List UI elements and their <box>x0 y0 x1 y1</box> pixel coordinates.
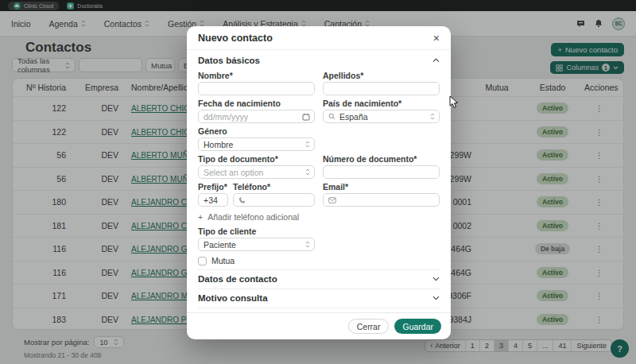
field-label: Tipo de documento* <box>198 154 315 164</box>
modal-header: Nuevo contacto × <box>187 26 451 50</box>
add-phone-link[interactable]: + Añadir teléfono adicional <box>198 212 440 222</box>
field-email: Email* <box>323 182 440 207</box>
section-motivo-consulta[interactable]: Motivo consulta <box>198 289 440 308</box>
field-label: Tipo de cliente <box>198 227 315 236</box>
close-icon[interactable]: × <box>433 33 440 44</box>
chevron-updown-icon <box>305 141 310 148</box>
field-label: Teléfono* <box>233 182 315 192</box>
genero-value: Hombre <box>204 140 233 149</box>
mutua-checkbox-label: Mutua <box>211 256 235 265</box>
chevron-up-icon <box>432 58 440 63</box>
chevron-updown-icon <box>430 113 435 120</box>
field-label: Email* <box>323 182 440 192</box>
add-phone-label: Añadir teléfono adicional <box>207 212 299 222</box>
apellidos-input[interactable] <box>328 84 434 94</box>
tipo-documento-placeholder: Select an option <box>204 168 263 177</box>
mutua-checkbox-row[interactable]: Mutua <box>198 256 440 265</box>
apellidos-input-wrap <box>323 82 440 95</box>
collapsed-sections: Datos de contacto Motivo consulta Datos … <box>198 269 440 312</box>
pais-select[interactable]: España <box>323 110 440 123</box>
field-label: Prefijo* <box>198 182 228 192</box>
tipo-cliente-value: Paciente <box>204 240 236 250</box>
email-input[interactable] <box>339 196 434 205</box>
plus-icon: + <box>198 212 203 222</box>
field-pais-nacimiento: País de nacimiento* España <box>323 99 440 123</box>
modal-title: Nuevo contacto <box>198 33 273 44</box>
fecha-input[interactable] <box>204 112 309 122</box>
field-label: Fecha de nacimiento <box>198 99 315 108</box>
chevron-updown-icon <box>305 241 310 248</box>
chevron-updown-icon <box>305 168 310 176</box>
nombre-input[interactable] <box>204 84 309 94</box>
section-label: Datos de contacto <box>198 274 277 284</box>
new-contact-modal: Nuevo contacto × Datos básicos Nombre* A… <box>187 26 451 339</box>
email-input-wrap <box>323 193 440 207</box>
genero-select[interactable]: Hombre <box>198 137 315 151</box>
field-fecha-nacimiento: Fecha de nacimiento <box>198 99 315 123</box>
numero-documento-input[interactable] <box>328 168 434 177</box>
telefono-input-wrap <box>233 193 315 207</box>
pais-value: España <box>339 112 368 122</box>
prefijo-input[interactable] <box>204 196 223 205</box>
field-label: Apellidos* <box>323 71 440 80</box>
field-nombre: Nombre* <box>198 71 315 95</box>
modal-footer: Cerrar Guardar <box>187 312 451 339</box>
field-tipo-documento: Tipo de documento* Select an option <box>198 154 315 179</box>
section-datos-basicos[interactable]: Datos básicos <box>198 52 440 71</box>
envelope-icon <box>328 197 336 203</box>
field-label: Género <box>198 126 315 136</box>
section-label: Datos básicos <box>198 56 260 65</box>
chevron-down-icon <box>432 277 440 281</box>
modal-body: Datos básicos Nombre* Apellidos* Fecha d… <box>187 50 451 312</box>
chevron-down-icon <box>432 296 440 300</box>
field-label: Número de documento* <box>323 154 440 164</box>
field-label: País de nacimiento* <box>323 99 440 108</box>
nombre-input-wrap <box>198 82 315 95</box>
field-label: Nombre* <box>198 71 315 80</box>
telefono-input[interactable] <box>250 196 309 205</box>
phone-icon <box>238 196 246 203</box>
fecha-input-wrap <box>198 110 315 123</box>
cancel-button[interactable]: Cerrar <box>348 319 390 334</box>
app-window: Clinic Cloud Doctoralia Inicio Agenda Co… <box>0 0 636 364</box>
section-datos-contacto[interactable]: Datos de contacto <box>198 270 440 289</box>
numero-documento-input-wrap <box>323 165 440 179</box>
tipo-cliente-select[interactable]: Paciente <box>198 238 315 251</box>
calendar-icon[interactable] <box>302 113 310 121</box>
field-genero: Género Hombre <box>198 126 315 151</box>
field-numero-documento: Número de documento* <box>323 154 440 179</box>
mutua-checkbox[interactable] <box>198 257 207 265</box>
section-label: Motivo consulta <box>198 293 268 303</box>
search-icon <box>328 113 335 120</box>
prefijo-input-wrap <box>198 193 228 207</box>
field-apellidos: Apellidos* <box>323 71 440 95</box>
tipo-documento-select[interactable]: Select an option <box>198 165 315 179</box>
save-button[interactable]: Guardar <box>394 319 441 334</box>
field-tipo-cliente: Tipo de cliente Paciente <box>198 227 315 251</box>
field-telefono-group: Prefijo* Teléfono* <box>198 182 315 207</box>
